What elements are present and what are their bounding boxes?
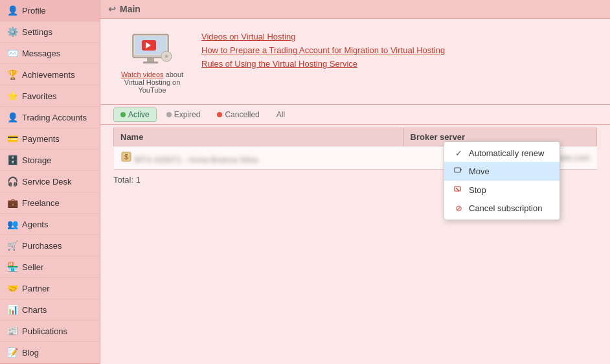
sidebar-item-label-seller: Seller	[22, 262, 43, 272]
svg-rect-13	[455, 187, 460, 191]
tab-active[interactable]: Active	[113, 108, 157, 122]
sidebar-item-label-publications: Publications	[22, 326, 67, 336]
row-name-cell: $MT4 #20071 - Anna Branca Silva	[114, 146, 404, 170]
sidebar-item-label-storage: Storage	[22, 155, 52, 165]
link-migrate[interactable]: How to Prepare a Trading Account for Mig…	[201, 45, 445, 55]
sidebar-item-label-blog: Blog	[22, 348, 39, 358]
charts-icon: 📊	[6, 304, 18, 315]
sidebar-item-favorites[interactable]: ⭐Favorites	[0, 85, 100, 107]
profile-icon: 👤	[6, 5, 18, 16]
link-rules[interactable]: Rules of Using the Virtual Hosting Servi…	[201, 59, 445, 69]
link-videos[interactable]: Videos on Virtual Hosting	[201, 32, 445, 41]
back-arrow-icon: ↩	[108, 4, 116, 14]
video-thumbnail: Watch videos about Virtual Hosting on Yo…	[113, 29, 191, 94]
video-illustration	[126, 29, 178, 68]
sidebar-item-profile[interactable]: 👤Profile	[0, 0, 100, 21]
settings-icon: ⚙️	[6, 26, 18, 38]
menu-label-stop: Stop	[469, 185, 486, 195]
purchases-icon: 🛒	[6, 240, 18, 251]
sidebar-item-charts[interactable]: 📊Charts	[0, 299, 100, 321]
sidebar-item-blog[interactable]: 📝Blog	[0, 342, 100, 363]
sidebar-item-agents[interactable]: 👥Agents	[0, 214, 100, 235]
sidebar: 👤Profile⚙️Settings✉️Messages🏆Achievement…	[0, 0, 100, 364]
sidebar-item-label-messages: Messages	[22, 49, 60, 58]
tab-cancelled-label: Cancelled	[225, 110, 259, 119]
menu-item-move[interactable]: Move	[444, 162, 559, 181]
tab-cancelled[interactable]: Cancelled	[210, 108, 266, 122]
sidebar-item-trading-accounts[interactable]: 👤Trading Accounts	[0, 107, 100, 128]
cancel-icon: ⊘	[453, 203, 464, 213]
main-header: ↩ Main	[100, 0, 610, 19]
svg-text:$: $	[124, 154, 128, 161]
sidebar-item-messages[interactable]: ✉️Messages	[0, 43, 100, 64]
menu-label-cancel-subscription: Cancel subscription	[469, 203, 542, 213]
svg-point-9	[166, 56, 167, 57]
sidebar-item-settings[interactable]: ⚙️Settings	[0, 21, 100, 43]
blog-icon: 📝	[6, 347, 18, 358]
sidebar-item-label-achievements: Achievements	[22, 70, 75, 80]
menu-label-move: Move	[469, 166, 490, 176]
svg-line-14	[456, 188, 459, 191]
stop-icon	[453, 185, 464, 196]
partner-icon: 🤝	[6, 282, 18, 294]
sidebar-item-label-favorites: Favorites	[22, 91, 56, 101]
svg-rect-6	[143, 62, 158, 63]
sidebar-item-freelance[interactable]: 💼Freelance	[0, 192, 100, 214]
sidebar-item-label-trading-accounts: Trading Accounts	[22, 113, 87, 122]
tab-all[interactable]: All	[269, 108, 292, 122]
tab-active-label: Active	[128, 110, 150, 119]
move-icon	[453, 166, 464, 177]
freelance-icon: 💼	[6, 197, 18, 209]
sidebar-item-purchases[interactable]: 🛒Purchases	[0, 235, 100, 256]
favorites-icon: ⭐	[6, 90, 18, 102]
trading-accounts-icon: 👤	[6, 111, 18, 123]
seller-icon: 🏪	[6, 261, 18, 273]
tab-expired[interactable]: Expired	[159, 108, 208, 122]
publications-icon: 📰	[6, 325, 18, 337]
sidebar-item-label-settings: Settings	[22, 27, 52, 37]
achievements-icon: 🏆	[6, 69, 18, 80]
context-menu: ✓ Automatically renew Move Stop ⊘ Cancel…	[444, 141, 560, 220]
dot-cancelled	[217, 112, 222, 117]
sidebar-item-service-desk[interactable]: 🎧Service Desk	[0, 171, 100, 192]
watch-videos-link[interactable]: Watch videos	[121, 71, 164, 78]
sidebar-item-label-agents: Agents	[22, 220, 48, 229]
menu-item-auto-renew[interactable]: ✓ Automatically renew	[444, 144, 559, 162]
svg-rect-12	[455, 168, 460, 172]
service-desk-icon: 🎧	[6, 176, 18, 187]
sidebar-item-label-service-desk: Service Desk	[22, 177, 72, 187]
menu-label-auto-renew: Automatically renew	[469, 148, 544, 158]
payments-icon: 💳	[6, 133, 18, 144]
svg-rect-5	[147, 58, 154, 62]
menu-item-cancel-subscription[interactable]: ⊘ Cancel subscription	[444, 199, 559, 217]
sidebar-item-label-partner: Partner	[22, 284, 50, 293]
tab-expired-label: Expired	[174, 110, 201, 119]
dot-expired	[166, 112, 172, 117]
agents-icon: 👥	[6, 218, 18, 230]
tabs-bar: Active Expired Cancelled All	[100, 104, 610, 125]
sidebar-item-label-charts: Charts	[22, 305, 47, 315]
sidebar-item-partner[interactable]: 🤝Partner	[0, 278, 100, 299]
col-name: Name	[114, 128, 404, 146]
sidebar-item-achievements[interactable]: 🏆Achievements	[0, 64, 100, 85]
dot-active	[120, 112, 126, 117]
sidebar-item-label-purchases: Purchases	[22, 241, 62, 251]
info-section: Watch videos about Virtual Hosting on Yo…	[100, 19, 610, 104]
menu-item-stop[interactable]: Stop	[444, 181, 559, 199]
main-header-title: Main	[120, 4, 141, 14]
sidebar-item-payments[interactable]: 💳Payments	[0, 128, 100, 150]
messages-icon: ✉️	[6, 47, 18, 59]
links-section: Videos on Virtual Hosting How to Prepare…	[201, 29, 445, 73]
checkmark-icon: ✓	[453, 148, 464, 158]
sidebar-item-seller[interactable]: 🏪Seller	[0, 256, 100, 278]
sidebar-item-label-payments: Payments	[22, 134, 60, 144]
storage-icon: 🗄️	[6, 154, 18, 166]
row-name-text: MT4 #20071 - Anna Branca Silva	[135, 155, 258, 165]
sidebar-item-publications[interactable]: 📰Publications	[0, 321, 100, 342]
video-caption: Watch videos about Virtual Hosting on Yo…	[120, 71, 185, 94]
sidebar-item-storage[interactable]: 🗄️Storage	[0, 150, 100, 171]
row-trading-icon: $	[120, 151, 132, 163]
sidebar-item-label-freelance: Freelance	[22, 198, 60, 208]
main-content: ↩ Main Wat	[100, 0, 610, 364]
sidebar-item-label-profile: Profile	[22, 6, 46, 16]
